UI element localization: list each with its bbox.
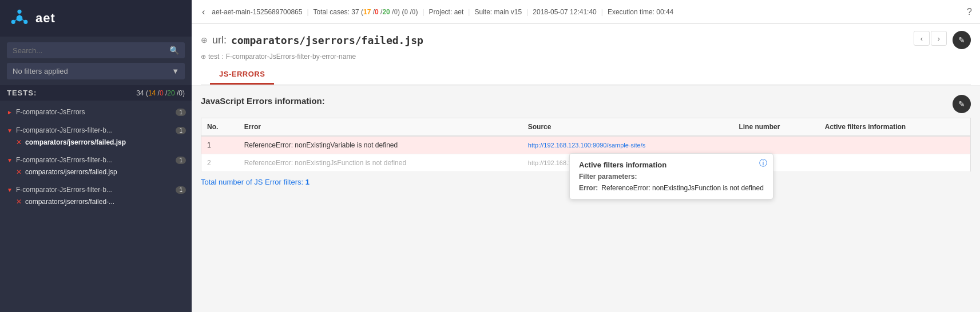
logo-text: aet <box>35 11 55 26</box>
url-header: ⊕ url: comparators/jserrors/failed.jsp ‹… <box>192 24 980 86</box>
date-label: 2018-05-07 12:41:40 <box>533 8 596 16</box>
tests-title: TESTS: <box>7 89 136 97</box>
search-bar: 🔍 <box>7 42 185 58</box>
filter-dropdown[interactable]: No filters applied ▼ <box>7 63 185 79</box>
tooltip-error-key: Error: <box>579 184 598 192</box>
next-url-button[interactable]: › <box>931 31 947 46</box>
col-source: Source <box>522 118 733 137</box>
sub-item-2[interactable]: ✕ comparators/jserrors/failed.jsp <box>7 166 186 178</box>
cell-error-2: ReferenceError: nonExistingJsFunction is… <box>239 154 522 172</box>
section-title: JavaScript Errors information: <box>201 96 325 106</box>
project-label: Project: aet <box>429 8 464 16</box>
edit-button[interactable]: ✎ <box>953 95 971 113</box>
sub-item-name-1: comparators/jserrors/failed.jsp <box>25 138 126 146</box>
cell-source-1: http://192.168.123.100:9090/sample-site/… <box>522 136 733 154</box>
group-arrow-icon-2: ▼ <box>7 127 13 134</box>
total-cases: Total cases: 37 (17 /0 /20 /0) (0 /0) <box>314 8 418 16</box>
group-badge-3: 1 <box>176 157 186 164</box>
url-path: comparators/jserrors/failed.jsp <box>231 34 423 46</box>
cell-line-1 <box>733 136 819 154</box>
filter-arrow-icon: ▼ <box>172 67 179 75</box>
prev-url-button[interactable]: ‹ <box>914 31 930 46</box>
help-button[interactable]: ? <box>967 7 972 17</box>
filter-label: No filters applied <box>13 67 172 75</box>
sidebar-list: ► F-comparator-JsErrors 1 ▼ F-comparator… <box>0 101 192 312</box>
col-filters: Active filters information <box>819 118 971 137</box>
cell-no-2: 2 <box>201 154 239 172</box>
source-link-1[interactable]: http://192.168.123.100:9090/sample-site/… <box>528 142 645 149</box>
table-head: No. Error Source Line number Active filt… <box>201 118 971 137</box>
url-keyword: url: <box>212 34 227 46</box>
tooltip-body: Filter parameters: Error: ReferenceError… <box>579 173 764 192</box>
sub-item-name-2: comparators/jserrors/failed.jsp <box>25 168 117 176</box>
tests-count: 34 (14 /0 /20 /0) <box>136 89 185 97</box>
table-header-row: JavaScript Errors information: ✎ <box>201 95 971 113</box>
sub-item-1[interactable]: ✕ comparators/jserrors/failed.jsp <box>7 137 186 148</box>
group-name-4: F-comparator-JsErrors-filter-b... <box>16 186 173 194</box>
test-ref: ⊕ test : F-comparator-JsErrors-filter-by… <box>201 53 971 61</box>
group-header-3[interactable]: ▼ F-comparator-JsErrors-filter-b... 1 <box>7 154 186 166</box>
group-badge-2: 1 <box>176 127 186 134</box>
group-name-2: F-comparator-JsErrors-filter-b... <box>16 126 173 134</box>
logo-icon <box>9 8 30 29</box>
content-area: ⊕ url: comparators/jserrors/failed.jsp ‹… <box>192 24 980 312</box>
sidebar: aet 🔍 No filters applied ▼ TESTS: 34 (14… <box>0 0 192 312</box>
sub-item-name-3: comparators/jserrors/failed-... <box>25 198 114 206</box>
group-item-4: ▼ F-comparator-JsErrors-filter-b... 1 ✕ … <box>0 181 192 210</box>
tab-js-errors[interactable]: JS-ERRORS <box>210 65 274 85</box>
tooltip-section: Filter parameters: <box>579 173 764 181</box>
x-icon-1: ✕ <box>16 138 22 146</box>
group-name-1: F-comparator-JsErrors <box>16 108 173 116</box>
exec-time: Execution time: 00:44 <box>608 8 673 16</box>
group-item-2: ▼ F-comparator-JsErrors-filter-b... 1 ✕ … <box>0 121 192 151</box>
tooltip-error-row: Error: ReferenceError: nonExistingJsFunc… <box>579 184 764 192</box>
top-bar: ‹ aet-aet-main-1525689700865 | Total cas… <box>192 0 980 24</box>
back-button[interactable]: ‹ <box>200 7 207 17</box>
tooltip-error-value: ReferenceError: nonExistingJsFunction is… <box>601 184 763 192</box>
group-header-1[interactable]: ► F-comparator-JsErrors 1 <box>7 106 186 118</box>
table-header-row: No. Error Source Line number Active filt… <box>201 118 971 137</box>
tooltip-popup: Active filters information ⓘ Filter para… <box>569 153 773 199</box>
sub-item-3[interactable]: ✕ comparators/jserrors/failed-... <box>7 196 186 207</box>
x-icon-3: ✕ <box>16 198 22 206</box>
comment-button[interactable]: ✎ <box>953 31 971 49</box>
fail-count: 0 <box>160 89 164 97</box>
group-arrow-icon-3: ▼ <box>7 157 13 163</box>
group-badge-4: 1 <box>176 186 186 194</box>
warn-count: 20 <box>167 89 174 97</box>
sidebar-header: aet <box>0 0 192 37</box>
tests-header: TESTS: 34 (14 /0 /20 /0) <box>0 85 192 101</box>
run-name: aet-aet-main-1525689700865 <box>212 8 302 16</box>
info-icon: ⓘ <box>759 158 767 169</box>
url-icon: ⊕ <box>201 35 208 45</box>
tooltip-title: Active filters information <box>579 161 666 169</box>
group-item: ► F-comparator-JsErrors 1 <box>0 103 192 121</box>
search-button[interactable]: 🔍 <box>169 46 179 55</box>
pass-count: 14 <box>148 89 156 97</box>
svg-point-1 <box>17 10 21 14</box>
main-panel: ‹ aet-aet-main-1525689700865 | Total cas… <box>192 0 980 312</box>
group-arrow-icon-4: ▼ <box>7 187 13 193</box>
group-name-3: F-comparator-JsErrors-filter-b... <box>16 156 173 164</box>
cell-no-1: 1 <box>201 136 239 154</box>
test-icon: ⊕ <box>201 53 206 61</box>
group-badge-1: 1 <box>176 109 186 116</box>
col-line: Line number <box>733 118 819 137</box>
group-header-2[interactable]: ▼ F-comparator-JsErrors-filter-b... 1 <box>7 124 186 137</box>
x-icon-2: ✕ <box>16 168 22 176</box>
cell-filter-2 <box>819 154 971 172</box>
colon: : <box>221 53 223 61</box>
table-row: 1 ReferenceError: nonExistingVariable is… <box>201 136 971 154</box>
cell-filter-1 <box>819 136 971 154</box>
tabs: JS-ERRORS <box>201 65 971 85</box>
group-arrow-icon-1: ► <box>7 109 13 115</box>
cell-error-1: ReferenceError: nonExistingVariable is n… <box>239 136 522 154</box>
col-error: Error <box>239 118 522 137</box>
group-header-4[interactable]: ▼ F-comparator-JsErrors-filter-b... 1 <box>7 183 186 196</box>
total-count: 1 <box>305 178 310 186</box>
url-title-row: ⊕ url: comparators/jserrors/failed.jsp ‹… <box>201 31 971 49</box>
suite-label: Suite: main v15 <box>474 8 522 16</box>
group-item-3: ▼ F-comparator-JsErrors-filter-b... 1 ✕ … <box>0 151 192 181</box>
search-input[interactable] <box>13 46 169 55</box>
table-area: JavaScript Errors information: ✎ No. Err… <box>192 86 980 312</box>
